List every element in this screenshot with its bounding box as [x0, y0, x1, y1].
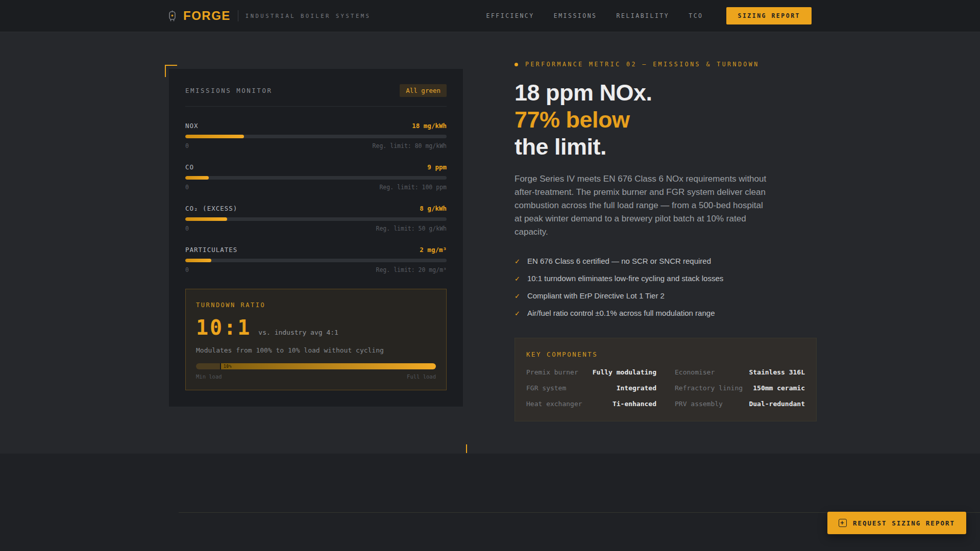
component-row: Refractory lining 150mm ceramic: [675, 384, 805, 392]
metric-label: CO: [185, 163, 194, 171]
component-label: PRV assembly: [675, 400, 723, 408]
main-nav: EFFICIENCY EMISSIONS RELIABILITY TCO SIZ…: [486, 7, 812, 24]
headline-line-1: 18 ppm NOx.: [514, 80, 652, 106]
check-icon: ✓: [514, 310, 520, 317]
metric-bar-track: [185, 217, 447, 221]
metric-label: CO₂ (EXCESS): [185, 205, 237, 212]
component-label: Heat exchanger: [526, 400, 582, 408]
metric-bar-fill: [185, 135, 244, 138]
component-value: Dual-redundant: [749, 400, 805, 408]
turndown-min-load-label: Min load: [196, 373, 222, 380]
turndown-ratio-panel: TURNDOWN RATIO 10:1 vs. industry avg 4:1…: [185, 289, 447, 390]
component-value: Integrated: [617, 384, 656, 392]
headline-line-3: the limit.: [514, 134, 606, 160]
top-navbar: FORGE INDUSTRIAL BOILER SYSTEMS EFFICIEN…: [0, 0, 980, 32]
metric-co: CO 9 ppm 0 Reg. limit: 100 ppm: [185, 163, 447, 191]
turndown-fill-segment: 10%: [220, 363, 436, 369]
headline-line-2: 77% below: [514, 107, 630, 133]
component-label: Economiser: [675, 368, 715, 376]
metric-co2: CO₂ (EXCESS) 8 g/kWh 0 Reg. limit: 50 g/…: [185, 205, 447, 232]
checklist-item: ✓ Air/fuel ratio control ±0.1% across fu…: [514, 309, 821, 317]
metric-limit: Reg. limit: 50 g/kWh: [376, 225, 447, 232]
metric-bar-track: [185, 176, 447, 180]
checklist-item-text: Compliant with ErP Directive Lot 1 Tier …: [527, 291, 665, 300]
checklist-item-text: 10:1 turndown eliminates low-fire cyclin…: [527, 274, 723, 283]
component-value: Ti-enhanced: [612, 400, 656, 408]
check-icon: ✓: [514, 275, 520, 283]
checklist-item: ✓ Compliant with ErP Directive Lot 1 Tie…: [514, 291, 821, 300]
turndown-load-bar: 10%: [196, 363, 436, 369]
boiler-icon: [168, 10, 176, 21]
monitor-title: EMISSIONS MONITOR: [185, 87, 272, 94]
metric-bar-fill: [185, 217, 227, 221]
plus-icon: +: [839, 519, 847, 527]
turndown-ratio-value: 10:1: [196, 316, 251, 339]
nav-link-reliability[interactable]: RELIABILITY: [617, 12, 670, 19]
turndown-title: TURNDOWN RATIO: [196, 302, 436, 309]
bullet-dot-icon: [514, 63, 518, 66]
metric-value: 9 ppm: [427, 163, 447, 171]
component-label: Refractory lining: [675, 384, 743, 392]
metric-label: PARTICULATES: [185, 246, 237, 254]
component-row: Heat exchanger Ti-enhanced: [526, 400, 656, 408]
metric-min: 0: [185, 225, 189, 232]
metric-bar-track: [185, 135, 447, 138]
eyebrow: PERFORMANCE METRIC 02 — EMISSIONS & TURN…: [514, 61, 821, 68]
request-sizing-report-button[interactable]: + REQUEST SIZING REPORT: [827, 512, 966, 534]
feature-checklist: ✓ EN 676 Class 6 certified — no SCR or S…: [514, 257, 821, 317]
component-row: Economiser Stainless 316L: [675, 368, 805, 376]
metric-value: 8 g/kWh: [420, 205, 447, 212]
hero-section: EMISSIONS MONITOR All green NOX 18 mg/kW…: [0, 32, 980, 453]
check-icon: ✓: [514, 258, 520, 265]
metric-particulates: PARTICULATES 2 mg/m³ 0 Reg. limit: 20 mg…: [185, 246, 447, 273]
nav-link-efficiency[interactable]: EFFICIENCY: [486, 12, 534, 19]
component-row: FGR system Integrated: [526, 384, 656, 392]
metric-label: NOX: [185, 122, 199, 130]
metric-limit: Reg. limit: 20 mg/m³: [376, 266, 447, 273]
component-row: PRV assembly Dual-redundant: [675, 400, 805, 408]
brand-lockup: FORGE INDUSTRIAL BOILER SYSTEMS: [168, 9, 371, 23]
turndown-description: Modulates from 100% to 10% load without …: [196, 346, 436, 354]
component-value: 150mm ceramic: [753, 384, 805, 392]
brand-name: FORGE: [183, 9, 231, 23]
emissions-monitor-card: EMISSIONS MONITOR All green NOX 18 mg/kW…: [168, 68, 463, 453]
turndown-comparison: vs. industry avg 4:1: [258, 329, 338, 336]
brand-tagline: INDUSTRIAL BOILER SYSTEMS: [246, 13, 371, 19]
metric-bar-track: [185, 259, 447, 262]
checklist-item: ✓ EN 676 Class 6 certified — no SCR or S…: [514, 257, 821, 265]
footer-band: + REQUEST SIZING REPORT: [0, 453, 980, 551]
headline: 18 ppm NOx. 77% below the limit.: [514, 79, 821, 160]
nav-link-tco[interactable]: TCO: [689, 12, 703, 19]
check-icon: ✓: [514, 292, 520, 300]
eyebrow-label: PERFORMANCE METRIC 02 — EMISSIONS & TURN…: [525, 61, 760, 68]
turndown-min-segment: [196, 363, 220, 369]
component-label: Premix burner: [526, 368, 578, 376]
component-value: Fully modulating: [593, 368, 656, 376]
metric-bar-fill: [185, 259, 211, 262]
checklist-item: ✓ 10:1 turndown eliminates low-fire cycl…: [514, 274, 821, 283]
metric-limit: Reg. limit: 100 ppm: [379, 184, 447, 191]
metric-min: 0: [185, 266, 189, 273]
key-components-title: KEY COMPONENTS: [526, 350, 805, 358]
component-value: Stainless 316L: [749, 368, 805, 376]
turndown-full-load-label: Full load: [407, 373, 436, 380]
checklist-item-text: EN 676 Class 6 certified — no SCR or SNC…: [527, 257, 711, 265]
metric-value: 18 mg/kWh: [412, 122, 447, 130]
metric-nox: NOX 18 mg/kWh 0 Reg. limit: 80 mg/kWh: [185, 122, 447, 149]
metric-bar-fill: [185, 176, 209, 180]
metric-min: 0: [185, 142, 189, 149]
body-paragraph: Forge Series IV meets EN 676 Class 6 NOx…: [514, 172, 772, 239]
sizing-report-button[interactable]: SIZING REPORT: [726, 7, 812, 24]
component-label: FGR system: [526, 384, 566, 392]
status-badge: All green: [400, 84, 447, 97]
performance-content: PERFORMANCE METRIC 02 — EMISSIONS & TURN…: [514, 61, 821, 453]
request-sizing-report-label: REQUEST SIZING REPORT: [853, 519, 955, 527]
key-components-panel: KEY COMPONENTS Premix burner Fully modul…: [514, 338, 817, 421]
brand-divider: [238, 10, 238, 21]
checklist-item-text: Air/fuel ratio control ±0.1% across full…: [527, 309, 715, 317]
nav-link-emissions[interactable]: EMISSIONS: [554, 12, 597, 19]
metric-min: 0: [185, 184, 189, 191]
turndown-marker-label: 10%: [224, 364, 232, 369]
metric-value: 2 mg/m³: [420, 246, 447, 254]
metric-limit: Reg. limit: 80 mg/kWh: [373, 142, 447, 149]
